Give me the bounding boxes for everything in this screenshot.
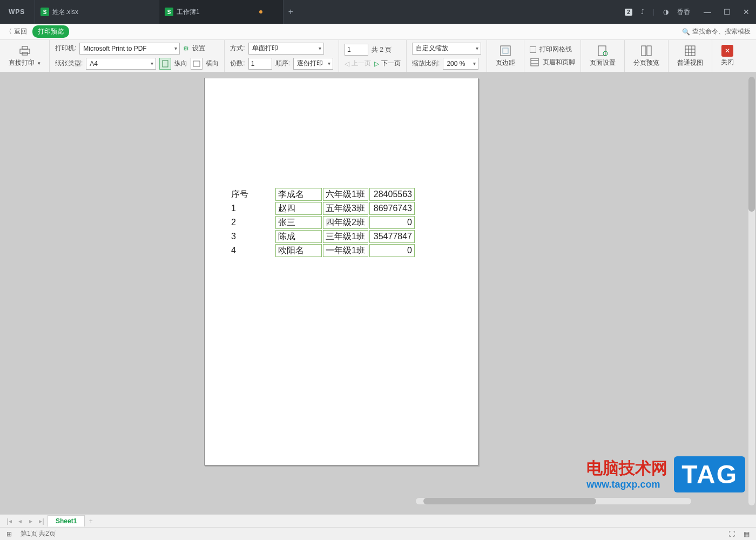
prev-label: 上一页 bbox=[352, 59, 371, 68]
notification-badge[interactable]: 2 bbox=[625, 9, 632, 16]
vertical-scrollbar[interactable] bbox=[748, 77, 755, 505]
cell: 0 bbox=[369, 216, 415, 229]
next-page-button[interactable]: ▷下一页 bbox=[374, 59, 401, 68]
layout-icon[interactable]: ⊞ bbox=[6, 530, 12, 538]
cell: 0 bbox=[369, 244, 415, 257]
svg-point-11 bbox=[603, 51, 608, 56]
svg-rect-3 bbox=[163, 60, 168, 67]
scrollbar-thumb[interactable] bbox=[748, 77, 755, 212]
mode-value: 单面打印 bbox=[252, 44, 278, 53]
gridlines-label: 打印网格线 bbox=[539, 45, 572, 54]
avatar-icon[interactable]: ◑ bbox=[663, 8, 669, 16]
landscape-label: 横向 bbox=[206, 59, 219, 68]
arrow-right-icon: ▷ bbox=[374, 60, 379, 68]
svg-rect-6 bbox=[503, 48, 508, 53]
pagesetup-button[interactable]: 页面设置 bbox=[586, 44, 619, 68]
landscape-button[interactable] bbox=[191, 58, 202, 70]
copies-input[interactable] bbox=[248, 58, 272, 70]
watermark-url: www.tagxp.com bbox=[586, 476, 667, 492]
svg-rect-13 bbox=[647, 46, 651, 56]
svg-rect-14 bbox=[685, 46, 695, 56]
titlebar: WPS S 姓名.xlsx S 工作簿1 + 2 ⤴ | ◑ 香香 — ☐ ✕ bbox=[0, 0, 756, 24]
grid-icon bbox=[684, 44, 697, 57]
ribbon-toolbar: 直接打印▾ 打印机: Microsoft Print to PDF ⚙ 设置 纸… bbox=[0, 40, 756, 72]
pagebreak-icon bbox=[640, 44, 653, 57]
add-sheet-button[interactable]: + bbox=[86, 516, 96, 526]
printer-select[interactable]: Microsoft Print to PDF bbox=[79, 43, 180, 55]
minimize-button[interactable]: — bbox=[698, 0, 717, 24]
tab-label: 工作簿1 bbox=[177, 8, 200, 17]
zoom-label: 缩放比例: bbox=[412, 59, 440, 68]
sheet-tab[interactable]: Sheet1 bbox=[48, 515, 85, 526]
normal-view-button[interactable]: 普通视图 bbox=[674, 44, 706, 68]
cell: 4 bbox=[229, 244, 274, 257]
settings-link[interactable]: 设置 bbox=[192, 44, 205, 53]
zoom-mode-select[interactable]: 自定义缩放 bbox=[412, 43, 481, 55]
page-input[interactable] bbox=[345, 44, 368, 56]
printer-label: 打印机: bbox=[55, 44, 76, 53]
svg-rect-0 bbox=[20, 49, 30, 53]
document-tab-2[interactable]: S 工作簿1 bbox=[159, 0, 283, 24]
sheet-nav-next[interactable]: ▸ bbox=[26, 516, 36, 526]
headerfooter-button[interactable]: 页眉和页脚 bbox=[530, 57, 575, 67]
apps-icon[interactable]: ⤴ bbox=[641, 8, 644, 16]
maximize-button[interactable]: ☐ bbox=[717, 0, 737, 24]
page-total: 共 2 页 bbox=[372, 45, 392, 55]
printer-value: Microsoft Print to PDF bbox=[83, 45, 146, 52]
group-pagebreak: 分页预览 bbox=[625, 40, 669, 72]
headerfooter-label: 页眉和页脚 bbox=[543, 58, 575, 67]
horizontal-scrollbar[interactable] bbox=[416, 498, 691, 504]
svg-rect-12 bbox=[642, 46, 646, 56]
close-preview-button[interactable]: ✕ 关闭 bbox=[718, 45, 737, 67]
pagesetup-label: 页面设置 bbox=[590, 58, 616, 68]
unsaved-dot-icon bbox=[259, 10, 262, 14]
status-bar: ⊞ 第1页 共2页 ⛶ ▦ bbox=[0, 527, 756, 540]
chevron-down-icon: ▾ bbox=[38, 60, 40, 66]
group-navigation: 共 2 页 ◁上一页 ▷下一页 bbox=[339, 40, 407, 72]
portrait-button[interactable] bbox=[159, 58, 171, 70]
watermark: 电脑技术网 www.tagxp.com TAG bbox=[586, 456, 745, 492]
zoom-select[interactable]: 200 % bbox=[443, 58, 478, 70]
portrait-label: 纵向 bbox=[174, 59, 187, 68]
view-icon[interactable]: ⛶ bbox=[728, 530, 735, 538]
view-icon[interactable]: ▦ bbox=[744, 530, 750, 538]
pagebreak-button[interactable]: 分页预览 bbox=[630, 44, 663, 68]
group-pagesetup: 页面设置 bbox=[581, 40, 625, 72]
cell: 1 bbox=[229, 202, 274, 215]
back-button[interactable]: 〈 返回 bbox=[5, 27, 27, 36]
margins-label: 页边距 bbox=[496, 58, 515, 68]
scrollbar-thumb[interactable] bbox=[423, 498, 596, 504]
sheet-nav-last[interactable]: ▸| bbox=[37, 516, 46, 526]
print-preview-pill: 打印预览 bbox=[32, 25, 69, 38]
new-tab-button[interactable]: + bbox=[283, 0, 298, 24]
paper-select[interactable]: A4 bbox=[86, 58, 156, 70]
spreadsheet-icon: S bbox=[165, 8, 173, 16]
username[interactable]: 香香 bbox=[677, 8, 690, 17]
header-cell: 序号 bbox=[229, 188, 274, 201]
document-tab-1[interactable]: S 姓名.xlsx bbox=[35, 0, 159, 24]
gridlines-checkbox[interactable]: 打印网格线 bbox=[530, 45, 572, 54]
margins-icon bbox=[499, 44, 512, 57]
sheet-nav-prev[interactable]: ◂ bbox=[15, 516, 25, 526]
group-print: 直接打印▾ bbox=[0, 40, 50, 72]
preview-canvas[interactable]: 序号 李成名 六年级1班 28405563 1 赵四 五年级3班 8697674… bbox=[0, 72, 756, 514]
watermark-title: 电脑技术网 bbox=[586, 460, 667, 476]
margins-button[interactable]: 页边距 bbox=[492, 44, 518, 68]
cell: 陈成 bbox=[275, 230, 322, 243]
app-logo: WPS bbox=[9, 8, 25, 16]
search-icon: 🔍 bbox=[682, 28, 690, 36]
mode-select[interactable]: 单面打印 bbox=[248, 43, 324, 55]
app-tab[interactable]: WPS bbox=[0, 0, 35, 24]
search-placeholder: 查找命令、搜索模板 bbox=[692, 27, 751, 36]
close-window-button[interactable]: ✕ bbox=[737, 0, 756, 24]
cell: 3 bbox=[229, 230, 274, 243]
sheet-nav-first[interactable]: |◂ bbox=[4, 516, 14, 526]
divider: | bbox=[653, 8, 654, 16]
order-select[interactable]: 逐份打印 bbox=[293, 58, 333, 70]
sheet-tabbar: |◂ ◂ ▸ ▸| Sheet1 + bbox=[0, 514, 756, 527]
svg-rect-5 bbox=[501, 46, 510, 56]
direct-print-button[interactable]: 直接打印▾ bbox=[5, 44, 44, 68]
cell: 赵四 bbox=[275, 202, 322, 215]
command-search[interactable]: 🔍 查找命令、搜索模板 bbox=[682, 27, 751, 36]
status-page: 第1页 共2页 bbox=[21, 529, 56, 538]
